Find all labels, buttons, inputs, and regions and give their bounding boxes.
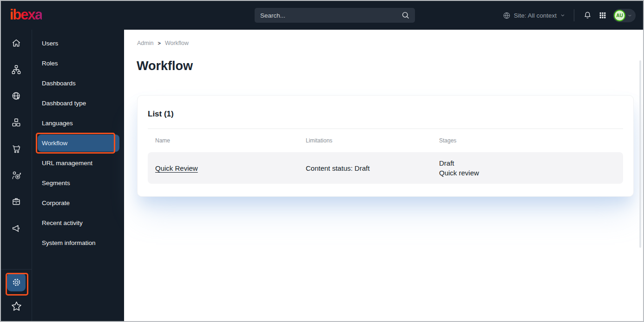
stage-item: Draft xyxy=(439,158,623,168)
chevron-down-icon xyxy=(560,13,565,18)
stage-item: Quick review xyxy=(439,168,623,178)
notifications-bell-icon[interactable] xyxy=(583,11,592,20)
admin-menu: Users Roles Dashboards Dashboard type La… xyxy=(32,30,124,321)
sidebar-item-system-information[interactable]: System information xyxy=(38,233,119,253)
favorites-star-icon[interactable] xyxy=(10,291,23,321)
topbar: ibexa Site: All context xyxy=(1,1,643,30)
breadcrumb-admin[interactable]: Admin xyxy=(137,40,153,46)
global-search xyxy=(255,8,415,23)
search-icon[interactable] xyxy=(401,11,410,19)
topbar-divider xyxy=(574,9,574,21)
sidebar-item-segments[interactable]: Segments xyxy=(38,173,119,193)
breadcrumb-separator: > xyxy=(158,40,160,46)
page-title: Workflow xyxy=(137,59,193,73)
breadcrumb: Admin > Workflow xyxy=(137,40,189,46)
icon-rail xyxy=(1,30,32,321)
app-window: ibexa Site: All context xyxy=(0,0,644,322)
avatar: AU xyxy=(614,10,625,21)
card-divider xyxy=(148,129,623,129)
site-context-label: Site: All context xyxy=(514,12,557,19)
breadcrumb-workflow: Workflow xyxy=(165,40,189,46)
workflow-list-card: List (1) Name Limitations Stages Quick R… xyxy=(137,95,634,197)
customers-badge-icon[interactable] xyxy=(1,188,32,215)
personalization-target-icon[interactable] xyxy=(1,162,32,188)
row-limitations: Content status: Draft xyxy=(306,164,439,172)
row-stages: Draft Quick review xyxy=(439,158,623,178)
chevron-down-icon xyxy=(627,13,632,18)
main-content: Admin > Workflow Workflow List (1) Name … xyxy=(124,30,643,321)
column-header-stages: Stages xyxy=(439,137,623,144)
scrollbar-thumb[interactable] xyxy=(639,60,641,248)
settings-gear-button[interactable] xyxy=(7,273,26,291)
column-header-name: Name xyxy=(155,137,306,144)
sidebar-item-dashboard-type[interactable]: Dashboard type xyxy=(38,93,119,113)
sidebar-item-recent-activity[interactable]: Recent activity xyxy=(38,213,119,233)
commerce-cart-icon[interactable] xyxy=(1,135,32,162)
column-header-limitations: Limitations xyxy=(306,137,439,144)
content-tree-icon[interactable] xyxy=(1,56,32,83)
user-menu[interactable]: AU xyxy=(613,9,636,22)
products-boxes-icon[interactable] xyxy=(1,109,32,135)
sidebar-item-users[interactable]: Users xyxy=(38,33,119,53)
globe-icon xyxy=(503,12,511,19)
sidebar-item-workflow[interactable]: Workflow xyxy=(38,135,119,152)
sidebar-item-dashboards[interactable]: Dashboards xyxy=(38,73,119,93)
workflow-name-link[interactable]: Quick Review xyxy=(155,164,198,172)
table-header-row: Name Limitations Stages xyxy=(148,137,623,144)
sidebar-item-languages[interactable]: Languages xyxy=(38,113,119,133)
topbar-right: Site: All context xyxy=(503,1,636,30)
sidebar-item-corporate[interactable]: Corporate xyxy=(38,193,119,213)
app-grid-icon[interactable] xyxy=(598,11,607,19)
site-globe-icon[interactable] xyxy=(1,83,32,109)
site-context-selector[interactable]: Site: All context xyxy=(503,12,565,19)
marketing-megaphone-icon[interactable] xyxy=(1,215,32,241)
sidebar-item-roles[interactable]: Roles xyxy=(38,53,119,73)
table-row: Quick Review Content status: Draft Draft… xyxy=(148,152,623,184)
list-card-title: List (1) xyxy=(148,109,623,119)
ibexa-logo[interactable]: ibexa xyxy=(10,6,42,23)
home-icon[interactable] xyxy=(1,30,32,56)
search-input[interactable] xyxy=(255,12,401,19)
rail-bottom-section xyxy=(1,269,32,321)
sidebar-item-url-management[interactable]: URL management xyxy=(38,153,119,173)
